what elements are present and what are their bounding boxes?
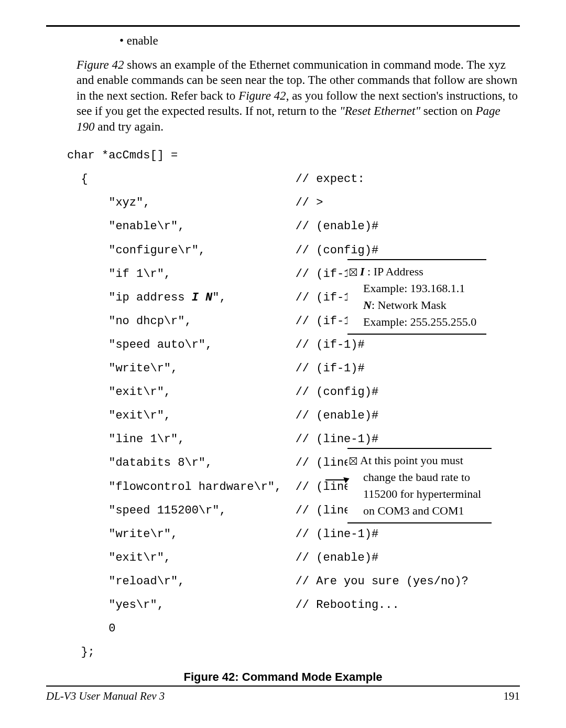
reset-ethernet-ref: "Reset Ethernet"	[340, 104, 420, 117]
checkbox-icon	[350, 269, 357, 276]
callout1-example-ip: Example: 193.168.1.1	[350, 280, 484, 297]
code-ip-placeholder: I N	[192, 291, 213, 304]
code-line: "xyz", // >	[67, 191, 520, 215]
callout1-i: I	[360, 265, 365, 278]
code-line: "yes\r", // Rebooting...	[67, 593, 520, 617]
code-line: "write\r", // (line-1)#	[67, 522, 520, 546]
para-mid3: section on	[420, 104, 475, 117]
code-line: "write\r", // (if-1)#	[67, 357, 520, 380]
code-line: "exit\r", // (enable)#	[67, 546, 520, 570]
callout1-n: N	[363, 298, 372, 312]
callout-ip-address: I : IP Address Example: 193.168.1.1 N: N…	[347, 259, 486, 335]
code-decl: char *acCmds[] =	[67, 144, 520, 167]
figure-caption: Figure 42: Command Mode Example	[46, 670, 520, 684]
code-close-brace: };	[67, 640, 520, 664]
code-open-brace: { // expect:	[67, 167, 520, 191]
code-ip-pre: "ip address	[67, 291, 192, 304]
code-line: "speed auto\r", // (if-1)#	[67, 333, 520, 357]
code-line: "reload\r", // Are you sure (yes/no)?	[67, 570, 520, 593]
code-line: "exit\r", // (config)#	[67, 380, 520, 404]
code-block: char *acCmds[] = { // expect: "xyz", // …	[67, 144, 520, 664]
intro-paragraph: Figure 42 shows an example of the Ethern…	[77, 57, 520, 134]
callout-baud-rate: At this point you must change the baud r…	[347, 448, 492, 523]
code-line: 0	[67, 617, 520, 640]
callout2-l3: 115200 for hyperterminal	[350, 486, 489, 502]
footer-page-number: 191	[504, 690, 520, 703]
code-ip-post: ", // (if-1)#	[212, 291, 364, 304]
bullet-enable: • enable	[119, 34, 520, 48]
footer-manual-title: DL-V3 User Manual Rev 3	[46, 690, 165, 703]
callout2-l2: change the baud rate to	[350, 469, 489, 486]
page-footer: DL-V3 User Manual Rev 3 191	[46, 686, 520, 703]
figure-ref-1: Figure 42	[77, 58, 124, 71]
figure-ref-2: Figure 42	[238, 89, 286, 102]
code-line: "exit\r", // (enable)#	[67, 404, 520, 427]
callout1-i-label: : IP Address	[365, 265, 423, 278]
callout2-l4: on COM3 and COM1	[350, 502, 489, 519]
code-line: "enable\r", // (enable)#	[67, 215, 520, 238]
para-tail: and try again.	[95, 120, 164, 133]
callout1-n-label: : Network Mask	[372, 298, 447, 312]
bottom-rule	[46, 686, 520, 687]
checkbox-icon	[350, 457, 357, 465]
code-line: "configure\r", // (config)#	[67, 239, 520, 262]
top-rule	[46, 25, 520, 27]
callout2-l1: At this point you must	[360, 454, 463, 467]
callout1-example-mask: Example: 255.255.255.0	[350, 314, 484, 330]
